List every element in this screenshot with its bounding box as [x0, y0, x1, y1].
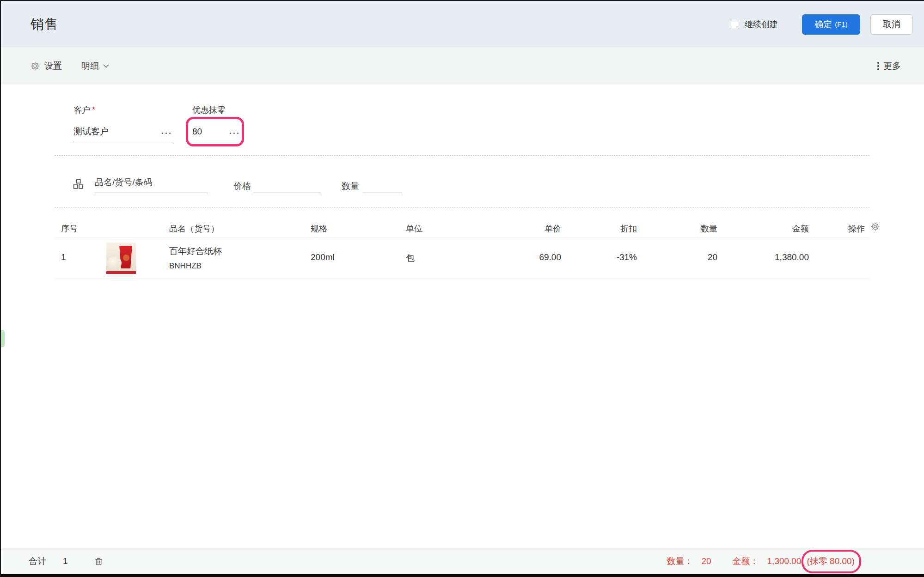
row-discount: -31%: [617, 252, 637, 262]
goods-icon[interactable]: [73, 178, 84, 190]
summary-amount-label: 金额：: [733, 555, 759, 567]
footer-left: 合计 1: [29, 555, 104, 567]
confirm-hotkey: (F1): [835, 20, 848, 28]
table-row[interactable]: 1 百年好合纸杯 BNHHZB 200ml 包 69.00 -31% 20 1,…: [55, 238, 870, 279]
discount-picker-button[interactable]: ···: [229, 130, 240, 137]
kebab-menu-icon: [877, 61, 879, 71]
row-index: 1: [61, 252, 66, 262]
header-unit: 单位: [406, 223, 422, 234]
window-bottom-edge: [0, 574, 924, 577]
row-amount: 1,380.00: [775, 252, 809, 262]
row-price: 69.00: [539, 252, 561, 262]
price-input-wrap: [253, 177, 321, 193]
header-name: 品名（货号）: [169, 223, 219, 234]
more-label: 更多: [883, 60, 901, 72]
settings-button[interactable]: 设置: [31, 60, 62, 72]
qty-input[interactable]: [363, 177, 402, 188]
product-search-input[interactable]: [95, 177, 208, 188]
header-qty: 数量: [701, 223, 717, 234]
gear-icon: [31, 61, 40, 71]
header-discount: 折扣: [620, 223, 637, 234]
row-spec: 200ml: [311, 252, 335, 262]
header-amount: 金额: [792, 223, 809, 234]
customer-field: 客户* ···: [73, 104, 172, 142]
customer-input[interactable]: [73, 127, 161, 137]
header-seq: 序号: [61, 223, 78, 234]
product-name: 百年好合纸杯: [169, 245, 222, 257]
product-name-block: 百年好合纸杯 BNHHZB: [169, 245, 222, 271]
row-qty: 20: [708, 252, 717, 262]
settings-label: 设置: [44, 60, 62, 72]
product-search-input-wrap: [95, 177, 208, 193]
discount-input[interactable]: [192, 127, 229, 137]
header-spec: 规格: [311, 223, 327, 234]
customer-picker-button[interactable]: ···: [161, 130, 172, 137]
divider-dashed-top: [55, 155, 869, 156]
product-code: BNHHZB: [169, 261, 222, 271]
header-actions: 继续创建 确定 (F1) 取消: [730, 14, 913, 35]
side-panel-handle[interactable]: [1, 330, 5, 347]
summary-amount-value: 1,300.00: [767, 556, 802, 566]
required-asterisk: *: [92, 105, 95, 115]
detail-label: 明细: [81, 60, 99, 72]
trash-icon[interactable]: [94, 556, 104, 566]
dialog-header: 销售 继续创建 确定 (F1) 取消: [1, 1, 924, 48]
continue-create-label: 继续创建: [745, 19, 778, 30]
cancel-button[interactable]: 取消: [870, 14, 913, 35]
window-left-edge: [0, 0, 1, 577]
total-row-count: 1: [63, 556, 68, 566]
summary-qty-value: 20: [701, 556, 711, 566]
confirm-button[interactable]: 确定 (F1): [802, 14, 860, 35]
qty-input-wrap: [363, 177, 402, 193]
discount-input-wrap: ···: [192, 127, 240, 142]
continue-create-checkbox[interactable]: [730, 20, 739, 29]
sales-dialog: 销售 继续创建 确定 (F1) 取消 设置: [0, 0, 924, 577]
detail-dropdown[interactable]: 明细: [81, 60, 110, 72]
summary-qty-label: 数量：: [667, 555, 693, 567]
summary-footer: 合计 1 数量： 20 金额： 1,300.00 (抹零 80.00): [1, 548, 924, 574]
more-button[interactable]: 更多: [877, 60, 901, 72]
price-input[interactable]: [253, 177, 321, 188]
header-operation: 操作: [848, 223, 865, 234]
divider-dashed-bottom: [55, 207, 869, 207]
toolbar: 设置 明细 更多: [1, 48, 924, 85]
table-header: 序号 品名（货号） 规格 单位 单价 折扣 数量 金额 操作: [55, 221, 870, 238]
window-top-edge: [0, 0, 924, 1]
customer-label: 客户*: [73, 104, 172, 115]
page-title: 销售: [31, 15, 58, 34]
rounding-note: (抹零 80.00): [807, 556, 855, 566]
discount-field: 优惠抹零 ···: [192, 104, 240, 142]
price-label: 价格: [233, 180, 251, 192]
total-label: 合计: [29, 555, 46, 567]
customer-input-wrap: ···: [73, 127, 172, 142]
qty-label: 数量: [342, 180, 359, 192]
cancel-button-label: 取消: [883, 18, 900, 30]
header-price: 单价: [545, 223, 561, 234]
product-thumbnail[interactable]: [106, 243, 136, 274]
confirm-button-label: 确定: [814, 18, 832, 30]
continue-create-checkbox-group[interactable]: 继续创建: [730, 19, 778, 30]
rounding-note-wrap: (抹零 80.00): [807, 555, 855, 567]
chevron-down-icon: [103, 64, 110, 68]
row-unit: 包: [406, 252, 415, 264]
discount-label: 优惠抹零: [192, 104, 240, 115]
summary-totals: 数量： 20 金额： 1,300.00 (抹零 80.00): [667, 555, 855, 567]
column-settings-gear-icon[interactable]: [871, 222, 880, 233]
